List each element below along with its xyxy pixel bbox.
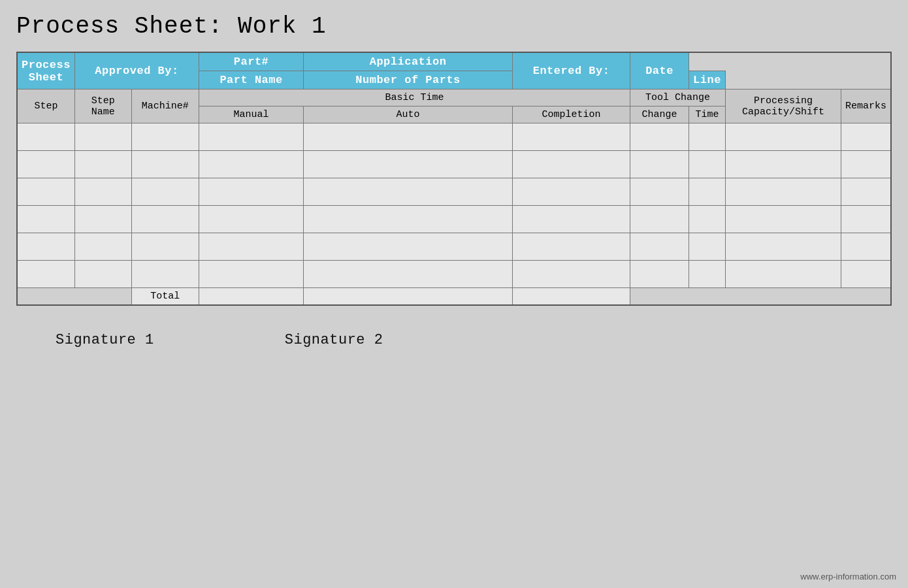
step-cell — [17, 151, 74, 178]
table-row — [17, 261, 891, 288]
remarks-cell — [841, 178, 891, 206]
change-cell — [630, 123, 689, 151]
step-cell — [17, 178, 74, 206]
table-row — [17, 178, 891, 206]
processing-capacity-col-header: Processing Capacity/Shift — [725, 90, 841, 123]
completion-cell — [513, 261, 630, 288]
processing-cell — [725, 178, 841, 206]
signatures-area: Signature 1 Signature 2 — [56, 332, 383, 348]
change-cell — [630, 151, 689, 178]
auto-cell — [304, 233, 513, 261]
completion-cell — [513, 123, 630, 151]
table-row — [17, 123, 891, 151]
header-row-1: Process Sheet Approved By: Part# Applica… — [17, 52, 891, 71]
remarks-cell — [841, 261, 891, 288]
auto-cell — [304, 151, 513, 178]
time-cell — [689, 178, 726, 206]
total-label-cell: Total — [131, 288, 199, 306]
col-header-row-1: Step Step Name Machine# Basic Time Tool … — [17, 90, 891, 106]
completion-cell — [513, 233, 630, 261]
entered-by-header: Entered By: — [513, 52, 630, 90]
change-col-header: Change — [630, 106, 689, 123]
process-sheet-table: Process Sheet Approved By: Part# Applica… — [16, 52, 892, 306]
time-cell — [689, 261, 726, 288]
basic-time-col-header: Basic Time — [199, 90, 630, 106]
step-cell — [17, 206, 74, 233]
auto-col-header: Auto — [304, 106, 513, 123]
processing-cell — [725, 151, 841, 178]
change-cell — [630, 178, 689, 206]
manual-cell — [199, 233, 304, 261]
table-row — [17, 206, 891, 233]
time-cell — [689, 151, 726, 178]
auto-cell — [304, 206, 513, 233]
change-cell — [630, 233, 689, 261]
part-name-header: Part Name — [199, 71, 304, 90]
auto-cell — [304, 178, 513, 206]
line-header: Line — [689, 71, 726, 90]
total-auto-cell — [304, 288, 513, 306]
step-cell — [17, 123, 74, 151]
approved-by-header: Approved By: — [74, 52, 199, 90]
machine-cell — [131, 123, 199, 151]
total-completion-cell — [513, 288, 630, 306]
process-sheet-header: Process Sheet — [17, 52, 74, 90]
page-title: Process Sheet: Work 1 — [16, 13, 327, 40]
completion-cell — [513, 206, 630, 233]
manual-cell — [199, 151, 304, 178]
table-row — [17, 151, 891, 178]
step-name-cell — [74, 178, 131, 206]
processing-cell — [725, 261, 841, 288]
auto-cell — [304, 261, 513, 288]
application-header: Application — [304, 52, 513, 71]
machine-cell — [131, 151, 199, 178]
processing-cell — [725, 206, 841, 233]
step-col-header: Step — [17, 90, 74, 123]
date-header: Date — [630, 52, 689, 90]
manual-col-header: Manual — [199, 106, 304, 123]
signature-1: Signature 1 — [56, 332, 154, 348]
completion-cell — [513, 178, 630, 206]
machine-cell — [131, 233, 199, 261]
remarks-cell — [841, 123, 891, 151]
table-row — [17, 233, 891, 261]
machine-cell — [131, 178, 199, 206]
time-cell — [689, 233, 726, 261]
step-cell — [17, 261, 74, 288]
change-cell — [630, 206, 689, 233]
auto-cell — [304, 123, 513, 151]
step-name-col-header: Step Name — [74, 90, 131, 123]
step-cell — [17, 233, 74, 261]
part-hash-header: Part# — [199, 52, 304, 71]
step-name-cell — [74, 233, 131, 261]
machine-col-header: Machine# — [131, 90, 199, 123]
machine-cell — [131, 261, 199, 288]
step-name-cell — [74, 151, 131, 178]
tool-change-col-header: Tool Change — [630, 90, 726, 106]
number-of-parts-header: Number of Parts — [304, 71, 513, 90]
total-row: Total — [17, 288, 891, 306]
time-cell — [689, 206, 726, 233]
remarks-cell — [841, 206, 891, 233]
remarks-cell — [841, 151, 891, 178]
machine-cell — [131, 206, 199, 233]
completion-col-header: Completion — [513, 106, 630, 123]
step-name-cell — [74, 123, 131, 151]
time-col-header: Time — [689, 106, 726, 123]
manual-cell — [199, 178, 304, 206]
manual-cell — [199, 123, 304, 151]
step-name-cell — [74, 206, 131, 233]
manual-cell — [199, 261, 304, 288]
processing-cell — [725, 233, 841, 261]
remarks-cell — [841, 233, 891, 261]
manual-cell — [199, 206, 304, 233]
time-cell — [689, 123, 726, 151]
watermark: www.erp-information.com — [800, 572, 896, 581]
change-cell — [630, 261, 689, 288]
completion-cell — [513, 151, 630, 178]
signature-2: Signature 2 — [285, 332, 383, 348]
processing-cell — [725, 123, 841, 151]
step-name-cell — [74, 261, 131, 288]
remarks-col-header: Remarks — [841, 90, 891, 123]
total-manual-cell — [199, 288, 304, 306]
